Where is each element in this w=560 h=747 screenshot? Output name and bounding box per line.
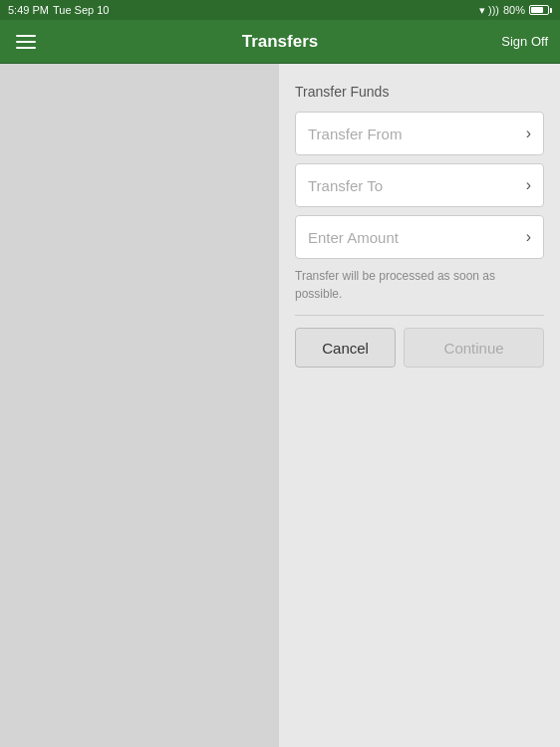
right-panel: Transfer Funds Transfer From › Transfer … (279, 64, 560, 747)
transfer-from-field[interactable]: Transfer From › (295, 112, 544, 155)
cancel-button[interactable]: Cancel (295, 328, 396, 368)
nav-bar: Transfers Sign Off (0, 20, 560, 64)
status-right: ▾︎ ))) 80% (479, 4, 552, 17)
continue-button[interactable]: Continue (404, 328, 544, 368)
enter-amount-label: Enter Amount (308, 229, 399, 246)
divider (295, 315, 544, 316)
wifi-icon: ▾︎ ))) (479, 4, 499, 17)
transfer-to-label: Transfer To (308, 177, 383, 194)
transfer-from-label: Transfer From (308, 125, 402, 142)
transfer-to-field[interactable]: Transfer To › (295, 163, 544, 207)
status-bar: 5:49 PM Tue Sep 10 ▾︎ ))) 80% (0, 0, 560, 20)
battery-percent: 80% (503, 4, 525, 16)
page-title: Transfers (242, 32, 319, 52)
button-row: Cancel Continue (295, 328, 544, 368)
status-left: 5:49 PM Tue Sep 10 (8, 4, 109, 16)
info-text: Transfer will be processed as soon as po… (295, 267, 544, 303)
battery-icon (529, 5, 552, 15)
transfer-to-chevron-icon: › (526, 176, 531, 194)
hamburger-line-3 (16, 47, 36, 49)
menu-button[interactable] (12, 31, 40, 53)
status-date: Tue Sep 10 (53, 4, 109, 16)
hamburger-line-2 (16, 41, 36, 43)
transfer-from-chevron-icon: › (526, 124, 531, 142)
left-panel (0, 64, 279, 747)
sign-off-button[interactable]: Sign Off (501, 34, 548, 49)
main-content: Transfer Funds Transfer From › Transfer … (0, 64, 560, 747)
hamburger-line-1 (16, 35, 36, 37)
enter-amount-field[interactable]: Enter Amount › (295, 215, 544, 259)
section-title: Transfer Funds (295, 84, 544, 100)
status-time: 5:49 PM (8, 4, 49, 16)
enter-amount-chevron-icon: › (526, 228, 531, 246)
